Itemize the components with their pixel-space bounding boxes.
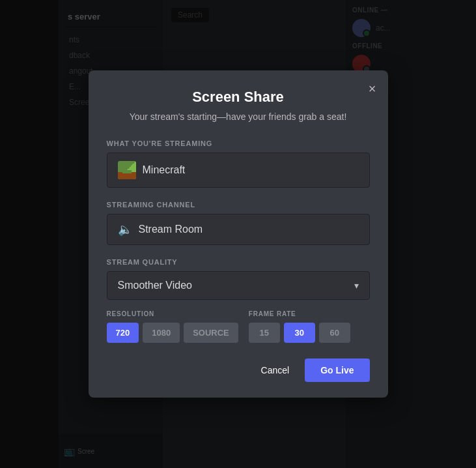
quality-selected: Smoother Video	[118, 280, 192, 291]
modal-footer: Cancel Go Live	[107, 358, 370, 382]
streaming-app-field: Minecraft	[107, 153, 370, 188]
framerate-30-button[interactable]: 30	[284, 323, 315, 343]
streaming-channel-label: STREAMING CHANNEL	[107, 201, 370, 209]
framerate-60-button[interactable]: 60	[319, 323, 350, 343]
speaker-icon: 🔈	[118, 222, 132, 237]
resolution-1080-button[interactable]: 1080	[143, 323, 180, 343]
streaming-channel-field: 🔈 Stream Room	[107, 214, 370, 245]
resolution-buttons: 720 1080 SOURCE	[107, 323, 238, 343]
channel-name: Stream Room	[139, 224, 203, 235]
stream-quality-section: STREAM QUALITY Smoother Video ▾ RESOLUTI…	[107, 258, 370, 343]
frame-rate-label: FRAME RATE	[249, 310, 370, 317]
resolution-720-button[interactable]: 720	[107, 323, 139, 343]
modal-backdrop: × Screen Share Your stream's starting—ha…	[0, 0, 476, 468]
resolution-group: RESOLUTION 720 1080 SOURCE	[107, 310, 238, 343]
quality-options-row: RESOLUTION 720 1080 SOURCE FRAME RATE 15…	[107, 310, 370, 343]
screen-share-modal: × Screen Share Your stream's starting—ha…	[89, 70, 388, 398]
go-live-button[interactable]: Go Live	[305, 358, 369, 382]
modal-title: Screen Share	[107, 89, 370, 106]
modal-subtitle: Your stream's starting—have your friends…	[107, 111, 370, 124]
minecraft-icon	[118, 161, 136, 179]
close-button[interactable]: ×	[367, 81, 378, 96]
chevron-down-icon: ▾	[354, 280, 359, 291]
resolution-source-button[interactable]: SOURCE	[184, 323, 238, 343]
stream-quality-label: STREAM QUALITY	[107, 258, 370, 266]
cancel-button[interactable]: Cancel	[253, 360, 298, 381]
resolution-label: RESOLUTION	[107, 310, 238, 317]
app-name: Minecraft	[143, 164, 186, 176]
what-streaming-label: WHAT YOU'RE STREAMING	[107, 139, 370, 147]
quality-dropdown[interactable]: Smoother Video ▾	[107, 271, 370, 300]
frame-rate-buttons: 15 30 60	[249, 323, 370, 343]
frame-rate-group: FRAME RATE 15 30 60	[249, 310, 370, 343]
framerate-15-button[interactable]: 15	[249, 323, 280, 343]
